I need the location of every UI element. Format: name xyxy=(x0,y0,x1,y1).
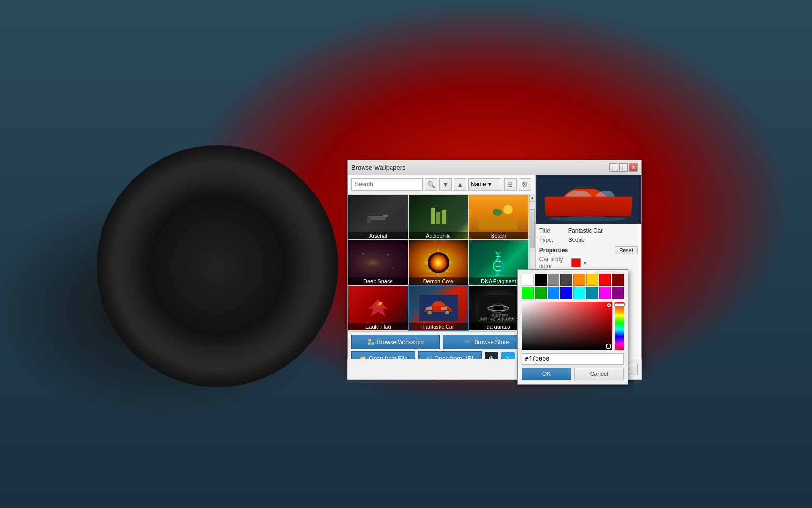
sort-arrow: ▾ xyxy=(488,181,491,188)
color-swatch[interactable] xyxy=(571,258,581,267)
palette-swatch-red[interactable] xyxy=(599,274,611,286)
store-icon: 🛒 xyxy=(464,339,472,345)
preview-area xyxy=(536,175,641,224)
color-dropdown-arrow[interactable]: ▾ xyxy=(584,260,586,266)
palette-swatch-black[interactable] xyxy=(535,274,547,286)
svg-rect-1 xyxy=(367,217,371,223)
palette-swatch-magenta[interactable] xyxy=(599,287,611,299)
palette-swatch-green[interactable] xyxy=(522,287,534,299)
type-property-row: Type: Scene xyxy=(539,237,638,243)
wallpaper-label-arsenal: Arsenal xyxy=(348,232,408,239)
scroll-thumb[interactable] xyxy=(530,209,535,248)
palette-swatch-dark-red[interactable] xyxy=(612,274,624,286)
reset-button[interactable]: Reset xyxy=(615,246,638,254)
title-property-label: Title: xyxy=(539,227,568,234)
palette-swatch-yellow[interactable] xyxy=(586,274,598,286)
svg-line-14 xyxy=(446,253,448,255)
properties-section-label: Properties xyxy=(539,247,568,254)
wallpaper-item-fantastic-car[interactable]: Fantastic Car xyxy=(409,286,468,330)
svg-point-30 xyxy=(445,311,449,314)
color-picker-popup: OK Cancel xyxy=(517,269,628,385)
palette-swatch-dark-blue[interactable] xyxy=(560,287,572,299)
svg-point-43 xyxy=(608,210,612,214)
wallpaper-label-fantastic-car: Fantastic Car xyxy=(409,323,468,330)
palette-swatch-orange[interactable] xyxy=(573,274,585,286)
svg-rect-5 xyxy=(442,210,446,224)
svg-rect-2 xyxy=(383,215,388,217)
browse-workshop-button[interactable]: 🏪 Browse Workshop xyxy=(351,335,440,349)
maximize-button[interactable]: □ xyxy=(619,163,628,172)
wallpaper-item-deep-space[interactable]: Deep Space xyxy=(348,240,408,285)
close-button[interactable]: ✕ xyxy=(629,163,638,172)
color-picker-main xyxy=(522,302,624,350)
left-panel: 🔍 ▼ ▲ Name ▾ ⊞ ⚙ xyxy=(348,175,536,369)
color-picker-ok-button[interactable]: OK xyxy=(522,368,571,380)
filter-button[interactable]: ▼ xyxy=(439,178,452,191)
settings-button[interactable]: ⚙ xyxy=(519,178,531,191)
palette-swatch-teal[interactable] xyxy=(586,287,598,299)
svg-point-6 xyxy=(503,205,513,214)
wallpaper-item-arsenal[interactable]: Arsenal xyxy=(348,195,408,239)
svg-point-11 xyxy=(392,268,393,269)
wallpaper-item-beach[interactable]: Beach xyxy=(469,195,528,239)
hue-slider[interactable] xyxy=(615,302,624,350)
sort-dropdown[interactable]: Name ▾ xyxy=(468,178,502,191)
dialog-title: Browse Wallpapers xyxy=(351,164,406,171)
palette-swatch-gray2[interactable] xyxy=(560,274,572,286)
svg-rect-3 xyxy=(431,208,435,224)
svg-point-45 xyxy=(549,216,626,221)
svg-point-42 xyxy=(606,208,614,216)
palette-swatch-purple[interactable] xyxy=(612,287,624,299)
browse-workshop-label: Browse Workshop xyxy=(377,339,424,345)
hex-input[interactable] xyxy=(522,353,624,365)
color-picker-cancel-button[interactable]: Cancel xyxy=(574,368,624,380)
svg-rect-44 xyxy=(624,203,629,206)
wallpaper-label-deep-space: Deep Space xyxy=(348,277,408,285)
color-row: Car body color ▾ xyxy=(539,256,638,269)
palette-swatch-dark-green[interactable] xyxy=(535,287,547,299)
search-input[interactable] xyxy=(355,181,420,188)
svg-point-28 xyxy=(428,311,432,314)
preview-car xyxy=(536,175,641,224)
workshop-icon: 🏪 xyxy=(367,339,375,345)
wallpaper-item-eagle-flag[interactable]: Eagle Flag xyxy=(348,286,408,330)
wallpaper-label-demon-core: Demon Core xyxy=(409,277,468,285)
palette-swatch-blue[interactable] xyxy=(548,287,560,299)
title-property-value: Fantastic Car xyxy=(568,227,603,234)
svg-line-20 xyxy=(429,253,431,255)
wallpaper-item-audiophile[interactable]: Audiophile xyxy=(409,195,468,239)
toolbar: 🔍 ▼ ▲ Name ▾ ⊞ ⚙ xyxy=(348,175,535,194)
title-bar: Browse Wallpapers – □ ✕ xyxy=(348,160,641,175)
wallpaper-item-demon-core[interactable]: Demon Core xyxy=(409,240,468,285)
browse-store-label: Browse Store xyxy=(474,339,509,345)
type-property-label: Type: xyxy=(539,237,568,243)
sort-order-button[interactable]: ▲ xyxy=(454,178,466,191)
title-property-row: Title: Fantastic Car xyxy=(539,227,638,234)
search-button[interactable]: 🔍 xyxy=(425,178,437,191)
palette-swatch-white[interactable] xyxy=(522,274,534,286)
properties-section-header: Properties Reset xyxy=(539,246,638,254)
color-gradient-box[interactable] xyxy=(522,302,612,350)
svg-line-18 xyxy=(429,270,431,272)
palette-swatch-gray1[interactable] xyxy=(548,274,560,286)
grid-container: Arsenal Audiophile xyxy=(348,194,535,331)
wallpaper-label-audiophile: Audiophile xyxy=(409,232,468,239)
minimize-button[interactable]: – xyxy=(609,163,618,172)
palette-swatch-cyan[interactable] xyxy=(573,287,585,299)
color-palette-grid xyxy=(522,274,624,299)
car-body-color-label: Car body color xyxy=(539,256,568,269)
svg-point-40 xyxy=(562,210,566,214)
svg-rect-31 xyxy=(426,307,432,310)
search-box[interactable] xyxy=(351,178,423,191)
sort-value: Name xyxy=(471,181,486,188)
svg-point-39 xyxy=(560,208,568,216)
scroll-up-button[interactable]: ▲ xyxy=(529,194,535,202)
action-row-1: 🏪 Browse Workshop 🛒 Browse Store xyxy=(351,335,531,349)
svg-point-10 xyxy=(387,254,389,256)
svg-rect-32 xyxy=(441,307,447,310)
svg-rect-4 xyxy=(436,212,440,224)
hex-row xyxy=(522,353,624,365)
svg-point-7 xyxy=(493,209,502,216)
type-property-value: Scene xyxy=(568,237,585,243)
grid-view-button[interactable]: ⊞ xyxy=(504,178,517,191)
